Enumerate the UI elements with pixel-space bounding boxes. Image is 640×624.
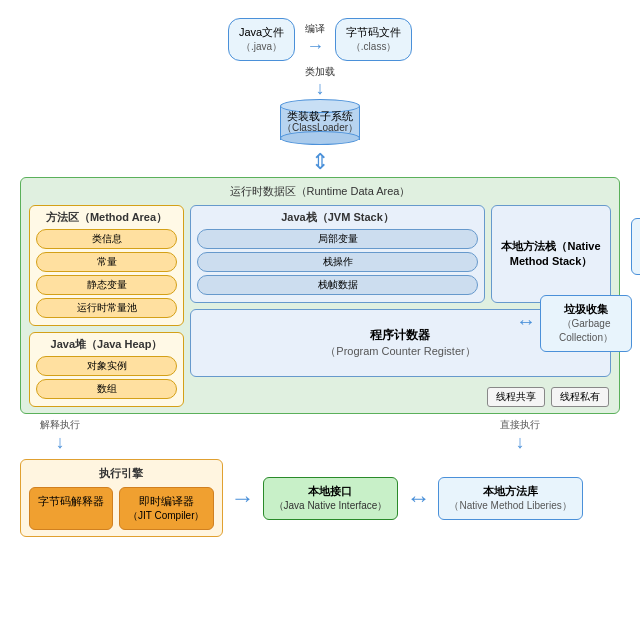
compile-label: 编译 <box>305 22 325 36</box>
classloader-cylinder: 类装载子系统 （ClassLoader） <box>280 99 360 145</box>
runtime-area: 运行时数据区（Runtime Data Area） 垃圾收集 （Garbage … <box>20 177 620 414</box>
gc-connector: ↔ <box>516 310 536 333</box>
direct-arrow-col: 直接执行 ↓ <box>500 418 540 453</box>
bytecode-file-sub: （.class） <box>346 40 401 54</box>
stack-item-2: 栈帧数据 <box>197 275 478 295</box>
bytecode-file-title: 字节码文件 <box>346 25 401 40</box>
gc-abs-sub: （Garbage Collection） <box>551 317 621 345</box>
exec-engine-box: 执行引擎 字节码解释器 即时编译器 （JIT Compiler） <box>20 459 223 537</box>
classload-label: 类加载 <box>305 65 335 79</box>
runtime-left: 方法区（Method Area） 类信息 常量 静态变量 运行时常量池 Java… <box>29 205 184 407</box>
jit-sub: （JIT Compiler） <box>128 509 205 523</box>
native-stack-box: 本地方法栈（Native Method Stack） <box>491 205 611 303</box>
arrow-to-jni-icon: → <box>231 484 255 512</box>
gc-box: 垃圾收集 （Garbage Collection） <box>631 218 640 275</box>
interp-arrow-col: 解释执行 ↓ <box>40 418 80 453</box>
arrow-down-icon: ↓ <box>316 79 325 97</box>
java-heap-box: Java堆（Java Heap） 对象实例 数组 <box>29 332 184 407</box>
java-file-box: Java文件 （.java） <box>228 18 295 61</box>
native-stack-title: 本地方法栈（Native Method Stack） <box>498 239 604 269</box>
native-lib-box: 本地方法库 （Native Method Liberies） <box>438 477 582 520</box>
thread-labels: 线程共享 线程私有 <box>190 387 611 407</box>
interp-arrow-icon: ↓ <box>56 432 65 453</box>
classload-section: 类加载 ↓ <box>10 65 630 97</box>
double-arrow-section: ⇕ <box>10 149 630 175</box>
bytecode-file-box: 字节码文件 （.class） <box>335 18 412 61</box>
stack-item-1: 栈操作 <box>197 252 478 272</box>
method-area-box: 方法区（Method Area） 类信息 常量 静态变量 运行时常量池 <box>29 205 184 326</box>
stack-item-0: 局部变量 <box>197 229 478 249</box>
runtime-inner: 方法区（Method Area） 类信息 常量 静态变量 运行时常量池 Java… <box>29 205 611 407</box>
direct-label: 直接执行 <box>500 418 540 432</box>
thread-shared-label: 线程共享 <box>487 387 545 407</box>
double-arrow-icon: ⇕ <box>311 149 329 174</box>
direct-arrow-icon: ↓ <box>516 432 525 453</box>
exec-inner-row: 字节码解释器 即时编译器 （JIT Compiler） <box>29 487 214 530</box>
arrow-right-icon: → <box>306 36 324 57</box>
exec-title: 执行引擎 <box>29 466 214 481</box>
bytecode-interp-box: 字节码解释器 <box>29 487 113 530</box>
compile-arrow: 编译 → <box>305 22 325 57</box>
counter-title: 程序计数器 <box>325 327 475 344</box>
diagram-container: Java文件 （.java） 编译 → 字节码文件 （.class） 类加载 ↓… <box>0 0 640 624</box>
jit-title: 即时编译器 <box>128 494 205 509</box>
jvm-stack-native-row: Java栈（JVM Stack） 局部变量 栈操作 栈帧数据 本地方法栈（Nat… <box>190 205 611 303</box>
jit-box: 即时编译器 （JIT Compiler） <box>119 487 214 530</box>
arrow-jni-nativelib-icon: ↔ <box>406 484 430 512</box>
method-item-0: 类信息 <box>36 229 177 249</box>
bottom-section: 执行引擎 字节码解释器 即时编译器 （JIT Compiler） → 本地接口 … <box>20 459 620 537</box>
method-area-title: 方法区（Method Area） <box>36 210 177 225</box>
interp-label: 解释执行 <box>40 418 80 432</box>
jvm-stack-box: Java栈（JVM Stack） 局部变量 栈操作 栈帧数据 <box>190 205 485 303</box>
jni-title: 本地接口 <box>274 484 388 499</box>
heap-item-0: 对象实例 <box>36 356 177 376</box>
method-item-2: 静态变量 <box>36 275 177 295</box>
method-item-3: 运行时常量池 <box>36 298 177 318</box>
jni-sub: （Java Native Interface） <box>274 499 388 513</box>
classloader-sub: （ClassLoader） <box>280 121 360 135</box>
counter-sub: （Program Counter Register） <box>325 344 475 359</box>
java-heap-title: Java堆（Java Heap） <box>36 337 177 352</box>
jni-box: 本地接口 （Java Native Interface） <box>263 477 399 520</box>
method-item-1: 常量 <box>36 252 177 272</box>
heap-item-1: 数组 <box>36 379 177 399</box>
gc-abs-title: 垃圾收集 <box>551 302 621 317</box>
native-lib-title: 本地方法库 <box>449 484 571 499</box>
classloader-section: 类装载子系统 （ClassLoader） <box>10 99 630 145</box>
thread-private-label: 线程私有 <box>551 387 609 407</box>
runtime-area-title: 运行时数据区（Runtime Data Area） <box>29 184 611 199</box>
jvm-stack-title: Java栈（JVM Stack） <box>197 210 478 225</box>
gc-box-abs: 垃圾收集 （Garbage Collection） <box>540 295 632 352</box>
native-lib-sub: （Native Method Liberies） <box>449 499 571 513</box>
top-section: Java文件 （.java） 编译 → 字节码文件 （.class） <box>10 18 630 61</box>
java-file-sub: （.java） <box>239 40 284 54</box>
bottom-arrow-section: 解释执行 ↓ 直接执行 ↓ <box>20 418 620 453</box>
java-file-title: Java文件 <box>239 25 284 40</box>
